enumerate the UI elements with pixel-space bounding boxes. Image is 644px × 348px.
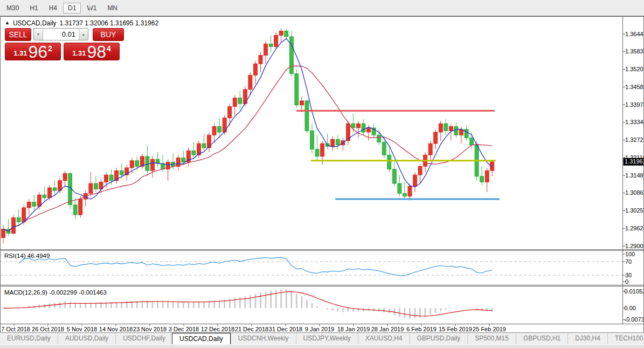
- candle-body: [207, 135, 211, 148]
- price-axis-label: 1.34585: [625, 84, 644, 90]
- macd-axis-label: 0.00: [625, 305, 636, 311]
- chart-tab-eurusd[interactable]: EURUSD,Daily: [0, 333, 58, 344]
- candle-body: [130, 161, 134, 168]
- candle-body: [269, 44, 273, 46]
- candle-body: [135, 161, 139, 167]
- price-axis-label: 1.33970: [625, 101, 644, 108]
- sell-price-pips: 96: [28, 44, 47, 60]
- candle-body: [27, 202, 31, 208]
- candle-body: [146, 156, 149, 170]
- candle-body: [321, 144, 324, 156]
- candle-body: [315, 149, 319, 156]
- price-axis-label: 1.35830: [625, 48, 644, 54]
- volume-increase-button[interactable]: ▲: [79, 28, 88, 40]
- candle-body: [43, 195, 46, 197]
- buy-button[interactable]: BUY: [93, 28, 124, 41]
- chart-tab-usdcad[interactable]: USDCAD,Daily: [172, 333, 231, 344]
- candle-body: [2, 229, 5, 238]
- arrow-up-icon: ▲: [82, 32, 86, 36]
- buy-price-pips: 98: [87, 44, 106, 60]
- candle-body: [37, 195, 41, 206]
- price-axis-label: 1.30250: [625, 207, 644, 214]
- chart-title-ohlc: 1.31737 1.32006 1.31695 1.31962: [60, 19, 159, 27]
- candle-body: [202, 144, 206, 148]
- price-axis-label: 1.35200: [625, 66, 644, 72]
- rsi-axis-label: 70: [625, 258, 632, 265]
- candle-body: [264, 44, 268, 55]
- sell-price-button[interactable]: 1.31 96 2: [5, 43, 61, 60]
- price-axis-label: 1.30865: [625, 189, 644, 196]
- date-axis-label: 26 Oct 2018: [32, 326, 64, 332]
- candle-body: [259, 55, 262, 64]
- candle-body: [470, 138, 474, 145]
- candle-body: [439, 124, 442, 132]
- collapse-triangle-icon[interactable]: ▲: [5, 20, 10, 25]
- buy-price-figure: 1.31: [72, 49, 86, 60]
- chart-tab-xauusd[interactable]: XAUUSD,H4: [358, 333, 410, 344]
- chart-title: ▲ USDCAD,Daily 1.31737 1.32006 1.31695 1…: [5, 19, 158, 27]
- candle-body: [408, 186, 412, 196]
- candle-body: [22, 208, 26, 222]
- candle-body: [310, 131, 314, 149]
- price-axis-label: 1.33340: [625, 119, 644, 125]
- buy-price-button[interactable]: 1.31 98 4: [64, 43, 120, 60]
- candle-body: [218, 126, 221, 132]
- chart-tab-sp500[interactable]: SP500,M15: [467, 333, 516, 344]
- date-axis-label: 28 Jan 2019: [371, 326, 404, 332]
- candle-body: [392, 169, 396, 183]
- candle-body: [47, 188, 51, 197]
- candle-body: [285, 31, 288, 37]
- candle-body: [63, 174, 67, 181]
- price-axis-label: 1.31480: [625, 172, 644, 179]
- date-axis-label: 9 Jan 2019: [305, 326, 334, 332]
- candle-body: [32, 202, 36, 206]
- trading-platform-window: M30H1H4D1W1MN 1.364451.358301.352001.345…: [0, 0, 644, 348]
- candle-body: [120, 170, 123, 175]
- candle-body: [73, 205, 77, 215]
- candle-body: [300, 101, 303, 105]
- macd-indicator-label: MACD(12,26,9) -0.002299 -0.001463: [4, 289, 107, 296]
- macd-axis-label: -0.0073: [625, 316, 644, 323]
- sell-button[interactable]: SELL: [5, 28, 31, 41]
- rsi-axis-label: 0: [625, 278, 628, 285]
- svg-text:1.31962: 1.31962: [625, 158, 644, 165]
- chart-tab-usdjpy[interactable]: USDJPY,Weekly: [296, 333, 358, 344]
- candle-body: [336, 139, 340, 145]
- volume-decrease-button[interactable]: ▼: [33, 28, 43, 40]
- candle-body: [253, 64, 257, 75]
- chart-title-symbol: USDCAD,Daily: [13, 19, 57, 27]
- date-axis-label: 15 Feb 2019: [439, 326, 472, 332]
- chart-tab-tech100[interactable]: TECH100,H: [607, 333, 644, 344]
- rsi-indicator-label: RSI(14) 46.4949: [4, 253, 50, 259]
- candle-body: [279, 31, 283, 35]
- candle-body: [331, 139, 335, 146]
- candle-body: [434, 132, 438, 144]
- candle-body: [295, 74, 299, 105]
- candle-body: [89, 183, 93, 193]
- candle-body: [485, 170, 489, 182]
- price-axis-label: 1.29005: [625, 243, 644, 249]
- chart-tab-dj30[interactable]: DJ30,H4: [567, 333, 607, 344]
- candle-body: [398, 183, 401, 193]
- candle-body: [94, 183, 98, 189]
- date-axis-label: 14 Nov 2018: [99, 326, 133, 332]
- price-axis-label: 1.29620: [625, 225, 644, 231]
- chart-tab-usdcnh[interactable]: USDCNH,Weekly: [231, 333, 296, 344]
- chart-tab-gbpusd[interactable]: GBPUSD,Daily: [410, 333, 468, 344]
- candle-body: [150, 159, 154, 170]
- chart-tab-audusd[interactable]: AUDUSD,Daily: [58, 333, 116, 344]
- sell-price-point: 2: [48, 44, 52, 53]
- rsi-axis-label: 100: [625, 251, 635, 257]
- candle-body: [377, 135, 381, 142]
- date-axis-label: 23 Nov 2018: [133, 326, 167, 332]
- candle-body: [356, 124, 360, 128]
- candle-body: [248, 75, 252, 89]
- volume-input[interactable]: [43, 28, 79, 40]
- one-click-trading-panel: SELL ▼ ▲ BUY 1.31 96 2 1.31 98 4: [5, 28, 125, 60]
- candle-body: [238, 98, 242, 104]
- chart-tab-usdchf[interactable]: USDCHF,Daily: [115, 333, 172, 344]
- candle-body: [274, 35, 278, 46]
- chart-tab-gbpusd[interactable]: GBPUSD,H1: [516, 333, 567, 344]
- macd-axis-label: 0.010525: [625, 288, 644, 295]
- date-axis-label: 25 Feb 2019: [473, 326, 506, 332]
